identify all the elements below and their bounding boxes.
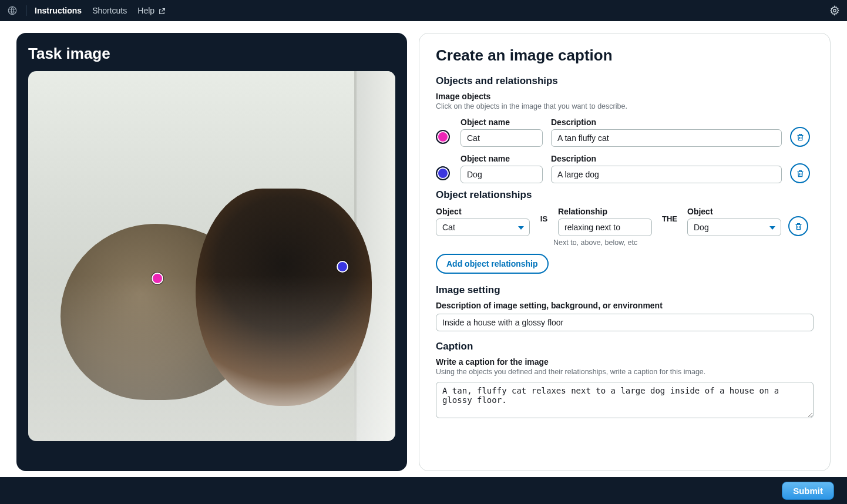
caption-heading: Caption (436, 341, 814, 352)
rel-object-select[interactable]: Dog (687, 219, 781, 236)
object-description-input[interactable] (551, 166, 782, 183)
relationship-hint: Next to, above, below, etc (553, 238, 814, 247)
rel-relation-label: Relationship (558, 207, 652, 216)
setting-input[interactable] (436, 314, 814, 331)
image-dog-blob (196, 189, 372, 406)
rel-is-word: IS (537, 214, 551, 228)
bottom-bar: Submit (0, 477, 847, 504)
form-panel: Create an image caption Objects and rela… (419, 33, 831, 471)
app-logo (7, 5, 18, 16)
object-color-swatch (436, 166, 450, 180)
rel-object-label: Object (687, 207, 781, 216)
task-image[interactable] (28, 71, 395, 441)
setting-heading: Image setting (436, 284, 814, 296)
page-title: Create an image caption (436, 46, 814, 65)
caption-label: Write a caption for the image (436, 357, 814, 367)
external-link-icon (158, 8, 166, 15)
image-objects-label: Image objects (436, 92, 814, 101)
nav-help-label: Help (137, 6, 154, 15)
relationship-row: Object Cat IS Relationship THE Object Do… (436, 206, 814, 236)
top-bar: Instructions Shortcuts Help (0, 0, 847, 21)
trash-icon (794, 222, 803, 231)
rel-subject-select[interactable]: Cat (436, 219, 530, 236)
submit-button[interactable]: Submit (782, 482, 834, 500)
trash-icon (796, 133, 805, 142)
image-objects-hint: Click on the objects in the image that y… (436, 102, 814, 110)
caption-textarea[interactable] (436, 382, 814, 418)
task-image-title: Task image (28, 45, 395, 63)
marker-cat[interactable] (152, 273, 163, 284)
caption-hint: Using the objects you defined and their … (436, 368, 814, 376)
marker-dog[interactable] (337, 261, 348, 273)
svg-point-1 (833, 9, 836, 12)
svg-point-0 (8, 6, 16, 15)
object-name-input[interactable] (461, 129, 543, 147)
relationships-heading: Object relationships (436, 189, 814, 201)
delete-object-button[interactable] (790, 163, 810, 183)
delete-object-button[interactable] (790, 127, 810, 147)
rel-relation-input[interactable] (558, 219, 652, 236)
trash-icon (796, 169, 805, 178)
gear-icon (829, 5, 840, 16)
rel-subject-label: Object (436, 207, 530, 216)
nav-help[interactable]: Help (137, 6, 166, 15)
add-relationship-button[interactable]: Add object relationship (436, 254, 549, 274)
task-image-panel: Task image (16, 33, 407, 471)
object-name-label: Object name (461, 154, 543, 163)
object-row: Object name Description (436, 153, 814, 183)
delete-relationship-button[interactable] (788, 216, 808, 236)
object-description-input[interactable] (551, 129, 782, 147)
setting-label: Description of image setting, background… (436, 301, 814, 310)
object-description-label: Description (551, 154, 782, 163)
object-description-label: Description (551, 117, 782, 127)
main-content: Task image Create an image caption Objec… (0, 21, 847, 477)
settings-button[interactable] (829, 5, 840, 16)
object-name-label: Object name (461, 117, 543, 127)
object-name-input[interactable] (461, 166, 543, 183)
topbar-divider (26, 5, 26, 16)
object-color-swatch (436, 130, 450, 144)
nav-instructions[interactable]: Instructions (35, 6, 82, 15)
nav-shortcuts[interactable]: Shortcuts (92, 6, 127, 15)
objects-section-heading: Objects and relationships (436, 75, 814, 87)
rel-the-word: THE (659, 214, 680, 228)
object-row: Object name Description (436, 116, 814, 147)
